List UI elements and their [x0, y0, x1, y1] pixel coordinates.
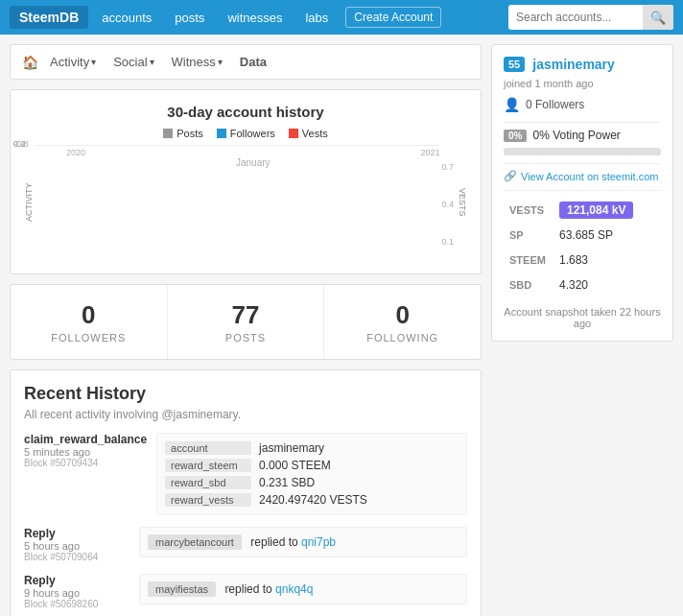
- main-layout: 🏠 Activity ▾ Social ▾ Witness ▾ Data 30-…: [0, 35, 683, 616]
- stats-row: 0 FOLLOWERS 77 POSTS 0 FOLLOWING: [10, 284, 482, 360]
- stats-row-sbd: SBD 4.320: [506, 273, 659, 296]
- chart-y-label-right: VESTS: [458, 145, 467, 260]
- stat-following: 0 FOLLOWING: [324, 285, 481, 359]
- subnav-data-label: Data: [240, 55, 267, 69]
- subnav-data[interactable]: Data: [234, 53, 272, 71]
- history-item-0: claim_reward_balance 5 minutes ago Block…: [24, 433, 467, 515]
- sbd-label: SBD: [506, 273, 553, 296]
- detail-value-reward-steem: 0.000 STEEM: [259, 459, 331, 472]
- stat-posts: 77 POSTS: [168, 285, 325, 359]
- detail-key-reward-vests: reward_vests: [165, 493, 251, 507]
- chart-legend: Posts Followers Vests: [24, 128, 467, 139]
- steemit-link[interactable]: 🔗 View Account on steemit.com: [504, 170, 661, 182]
- op-name-1: Reply: [24, 527, 130, 540]
- detail-row-reward-sbd: reward_sbd 0.231 SBD: [165, 476, 459, 489]
- profile-card: 55 jasminemary joined 1 month ago 👤 0 Fo…: [491, 44, 673, 342]
- vests-value: 121,084 kV: [559, 201, 633, 219]
- legend-posts: Posts: [163, 128, 203, 139]
- snapshot-text: Account snapshot taken 22 hours ago: [504, 306, 661, 329]
- navbar: SteemDB accounts posts witnesses labs Cr…: [0, 0, 683, 35]
- nav-brand[interactable]: SteemDB: [10, 6, 88, 29]
- history-detail-2: mayifiestas replied to qnkq4q: [139, 574, 467, 604]
- vests-label: VESTS: [506, 199, 553, 222]
- profile-rep: 55: [504, 57, 525, 72]
- legend-followers-label: Followers: [230, 128, 275, 139]
- x-label-2020: 2020: [66, 148, 85, 157]
- voting-power-section: 0% 0% Voting Power: [504, 129, 661, 155]
- steem-value: 1.683: [555, 249, 659, 272]
- history-detail-1: marcybetancourt replied to qni7pb: [139, 527, 467, 557]
- following-count: 0: [332, 300, 473, 330]
- followers-count-text: 0 Followers: [526, 98, 584, 111]
- detail-row-reward-vests: reward_vests 2420.497420 VESTS: [165, 493, 459, 507]
- nav-labs[interactable]: labs: [295, 7, 338, 29]
- history-detail-0: account jasminemary reward_steem 0.000 S…: [156, 433, 467, 515]
- stats-row-steem: STEEM 1.683: [506, 249, 659, 272]
- following-label: FOLLOWING: [332, 332, 473, 344]
- search-input[interactable]: [508, 11, 643, 24]
- op-name-0: claim_reward_balance: [24, 433, 147, 446]
- steemit-link-icon: 🔗: [504, 170, 517, 182]
- steemit-link-text: View Account on steemit.com: [521, 171, 658, 182]
- recent-history-card: Recent History All recent activity invol…: [10, 369, 482, 616]
- nav-accounts[interactable]: accounts: [92, 7, 161, 29]
- detail-value-reward-vests: 2420.497420 VESTS: [259, 493, 367, 507]
- gridline-3: -0.8: [38, 145, 439, 146]
- subnav-witness[interactable]: Witness ▾: [166, 53, 228, 71]
- subnav: 🏠 Activity ▾ Social ▾ Witness ▾ Data: [10, 44, 482, 80]
- chart-title: 30-day account history: [24, 104, 467, 120]
- history-left-0: claim_reward_balance 5 minutes ago Block…: [24, 433, 147, 468]
- subnav-social[interactable]: Social ▾: [107, 53, 159, 71]
- chart-card: 30-day account history Posts Followers V…: [10, 89, 482, 274]
- detail-key-account: account: [165, 441, 251, 455]
- history-block-1: Block #50709064: [24, 552, 130, 562]
- legend-vests-label: Vests: [302, 128, 328, 139]
- sp-label: SP: [506, 224, 553, 247]
- stats-row-vests: VESTS 121,084 kV: [506, 199, 659, 222]
- vp-bar-track: [504, 148, 661, 155]
- detail-key-reward-sbd: reward_sbd: [165, 476, 251, 489]
- legend-followers: Followers: [217, 128, 275, 139]
- posts-count: 77: [176, 300, 317, 330]
- reply-user-badge-2: mayifiestas: [148, 581, 216, 597]
- vp-row: 0% 0% Voting Power: [504, 129, 661, 142]
- stats-row-sp: SP 63.685 SP: [506, 224, 659, 247]
- subnav-social-label: Social: [113, 55, 147, 69]
- profile-followers: 👤 0 Followers: [504, 97, 661, 112]
- vp-badge: 0%: [504, 130, 527, 142]
- right-panel: 55 jasminemary joined 1 month ago 👤 0 Fo…: [491, 44, 673, 616]
- op-name-2: Reply: [24, 574, 130, 587]
- witness-chevron-icon: ▾: [218, 57, 223, 67]
- reply-user-badge-1: marcybetancourt: [148, 534, 242, 550]
- reply-link-2[interactable]: qnkq4q: [275, 582, 313, 596]
- create-account-button[interactable]: Create Account: [345, 7, 441, 28]
- activity-chevron-icon: ▾: [91, 57, 96, 67]
- profile-header: 55 jasminemary: [504, 57, 661, 72]
- profile-name[interactable]: jasminemary: [532, 57, 615, 72]
- home-icon[interactable]: 🏠: [22, 55, 38, 70]
- social-chevron-icon: ▾: [150, 57, 154, 67]
- detail-value-reward-sbd: 0.231 SBD: [259, 476, 315, 489]
- subnav-activity-label: Activity: [50, 55, 89, 69]
- subnav-activity[interactable]: Activity ▾: [44, 53, 102, 71]
- recent-history-title: Recent History: [24, 384, 467, 404]
- legend-posts-label: Posts: [177, 128, 203, 139]
- nav-witnesses[interactable]: witnesses: [218, 7, 292, 29]
- history-left-2: Reply 9 hours ago Block #50698260: [24, 574, 130, 609]
- subnav-witness-label: Witness: [172, 55, 216, 69]
- account-stats-table: VESTS 121,084 kV SP 63.685 SP STEEM 1.68…: [504, 197, 661, 298]
- detail-value-account: jasminemary: [259, 441, 324, 455]
- stat-followers: 0 FOLLOWERS: [11, 285, 168, 359]
- history-left-1: Reply 5 hours ago Block #50709064: [24, 527, 130, 562]
- chart-x-center: January: [66, 157, 439, 168]
- detail-key-reward-steem: reward_steem: [165, 459, 251, 472]
- history-time-0: 5 minutes ago: [24, 446, 147, 458]
- search-button[interactable]: 🔍: [643, 5, 673, 30]
- chart-y-right-ticks: 0.7 0.4 0.1: [441, 145, 454, 260]
- reply-link-1[interactable]: qni7pb: [301, 535, 336, 549]
- legend-vests-dot: [289, 129, 298, 138]
- nav-posts[interactable]: posts: [165, 7, 214, 29]
- divider-2: [504, 163, 661, 164]
- divider-3: [504, 190, 661, 191]
- detail-row-account: account jasminemary: [165, 441, 459, 455]
